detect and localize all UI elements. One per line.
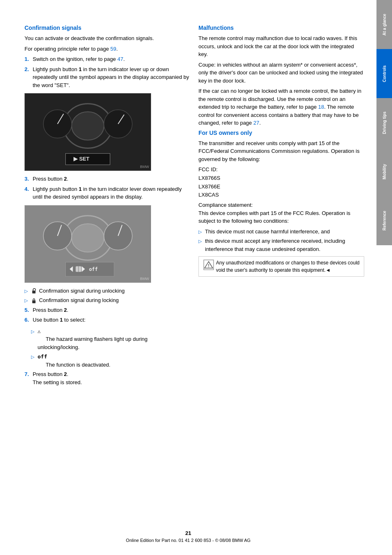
sidebar-right: At a glance Controls Driving tips Mobili… bbox=[376, 0, 392, 555]
fcc-bullet-arrow-1: ▷ bbox=[198, 228, 203, 235]
steps-list-1: 1. Switch on the ignition, refer to page… bbox=[24, 55, 190, 89]
dashboard-svg-2: off bbox=[25, 206, 151, 282]
watermark-2: BMW bbox=[140, 277, 149, 281]
for-us-title: For US owners only bbox=[198, 130, 364, 136]
sidebar-tab-at-glance[interactable]: At a glance bbox=[376, 0, 392, 49]
sidebar-tab-reference[interactable]: Reference bbox=[376, 196, 392, 245]
fcc-bullet-1: ▷ This device must not cause harmful int… bbox=[198, 228, 364, 236]
malfunctions-text: The remote control may malfunction due t… bbox=[198, 34, 364, 58]
step-5: 5. Press button 2. bbox=[24, 306, 190, 314]
coupe-text: Coupe: in vehicles without an alarm syst… bbox=[198, 61, 364, 85]
right-column: Malfunctions The remote control may malf… bbox=[198, 25, 364, 539]
step-4: 4. Lightly push button 1 in the turn ind… bbox=[24, 185, 190, 201]
bullet-arrow-2: ▷ bbox=[24, 297, 29, 304]
sub-bullet-off: ▷ off The function is deactivated. bbox=[31, 353, 190, 369]
svg-text:!: ! bbox=[208, 263, 209, 268]
page-27-link[interactable]: 27 bbox=[253, 120, 259, 126]
svg-point-13 bbox=[104, 222, 132, 250]
sidebar-tab-driving-tips[interactable]: Driving tips bbox=[376, 98, 392, 147]
page-18-link[interactable]: 18 bbox=[318, 104, 324, 110]
bullet-arrow-1: ▷ bbox=[24, 288, 29, 295]
dashboard-image-2-inner: off BMW bbox=[25, 206, 151, 282]
step-3: 3. Press button 2. bbox=[24, 175, 190, 183]
page-59-link[interactable]: 59 bbox=[110, 46, 116, 52]
watermark-1: BMW bbox=[140, 165, 149, 169]
bullet-arrow-4: ▷ bbox=[31, 354, 35, 360]
page-footer: 21 Online Edition for Part no. 01 41 2 6… bbox=[0, 530, 376, 543]
battery-text: If the car can no longer be locked with … bbox=[198, 87, 364, 127]
lock-icon bbox=[31, 298, 37, 304]
svg-point-2 bbox=[71, 112, 104, 140]
svg-text:off: off bbox=[89, 266, 98, 272]
dashboard-image-2: off BMW bbox=[24, 205, 151, 283]
svg-point-12 bbox=[43, 222, 71, 250]
unlock-icon bbox=[31, 288, 37, 294]
steps-list-4: 7. Press button 2.The setting is stored. bbox=[24, 370, 190, 386]
bullet-unlock: ▷ Confirmation signal during unlocking bbox=[24, 287, 190, 295]
warning-text: Any unauthorized modifications or change… bbox=[216, 259, 360, 274]
compliance-label: Compliance statement: This device compli… bbox=[198, 201, 364, 225]
for-us-intro: The transmitter and receiver units compl… bbox=[198, 139, 364, 163]
page-container: Confirmation signals You can activate or… bbox=[0, 0, 392, 555]
confirmation-signals-title: Confirmation signals bbox=[24, 25, 190, 31]
dashboard-svg-1: ▶ SET bbox=[25, 94, 151, 170]
fcc-id: FCC ID: LX8766S LX8766E LX8CAS bbox=[198, 166, 364, 199]
svg-text:▶ SET: ▶ SET bbox=[74, 156, 89, 162]
sidebar-tab-mobility[interactable]: Mobility bbox=[376, 147, 392, 196]
svg-rect-23 bbox=[32, 300, 36, 303]
left-column: Confirmation signals You can activate or… bbox=[24, 25, 190, 539]
svg-rect-22 bbox=[32, 291, 36, 293]
main-content: Confirmation signals You can activate or… bbox=[0, 0, 376, 555]
sidebar-tab-controls[interactable]: Controls bbox=[376, 49, 392, 98]
step-2: 2. Lightly push button 1 in the turn ind… bbox=[24, 65, 190, 90]
fcc-bullet-arrow-2: ▷ bbox=[198, 238, 203, 245]
malfunctions-title: Malfunctions bbox=[198, 25, 364, 31]
step-1: 1. Switch on the ignition, refer to page… bbox=[24, 55, 190, 63]
operating-principle-text: For operating principle refer to page 59… bbox=[24, 45, 190, 53]
page-number: 21 bbox=[0, 530, 376, 536]
page-47-link[interactable]: 47 bbox=[117, 56, 123, 62]
footer-text: Online Edition for Part no. 01 41 2 600 … bbox=[0, 538, 376, 543]
steps-list-3: 5. Press button 2. 6. Use button 1 to se… bbox=[24, 306, 190, 324]
bullet-arrow-3: ▷ bbox=[31, 328, 35, 335]
step-6: 6. Use button 1 to select: bbox=[24, 316, 190, 324]
step-7: 7. Press button 2.The setting is stored. bbox=[24, 370, 190, 386]
dashboard-image-1-inner: ▶ SET BMW bbox=[25, 94, 151, 170]
bullet-lock: ▷ Confirmation signal during locking bbox=[24, 296, 190, 304]
dashboard-image-1: ▶ SET BMW bbox=[24, 93, 151, 171]
warning-box: ! Any unauthorized modifications or chan… bbox=[198, 256, 364, 277]
svg-point-11 bbox=[71, 224, 104, 252]
steps-list-2: 3. Press button 2. 4. Lightly push butto… bbox=[24, 175, 190, 201]
intro-text: You can activate or deactivate the confi… bbox=[24, 34, 190, 43]
fcc-bullet-2: ▷ this device must accept any interferen… bbox=[198, 237, 364, 253]
sub-bullets: ▷ ⚠ The hazard warning flashers light up… bbox=[31, 327, 190, 369]
warning-icon: ! bbox=[203, 259, 213, 274]
sub-bullet-hazard: ▷ ⚠ The hazard warning flashers light up… bbox=[31, 327, 190, 351]
